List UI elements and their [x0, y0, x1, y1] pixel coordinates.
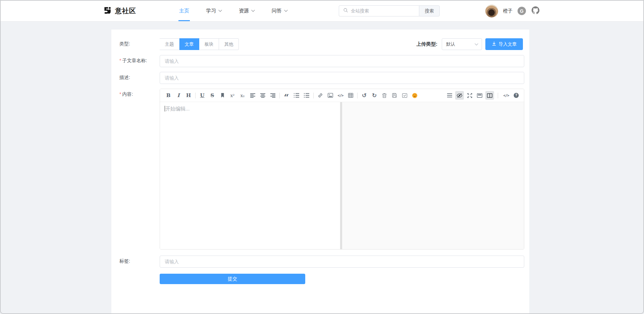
- superscript-icon[interactable]: x²: [228, 91, 237, 100]
- save-icon[interactable]: [390, 91, 399, 100]
- upload-type-value: 默认: [446, 41, 455, 47]
- toolbar-divider: [357, 93, 358, 98]
- toolbar-right-group: </> ?: [445, 91, 521, 100]
- yi-logo-icon: [103, 6, 112, 16]
- text-caret: [165, 106, 165, 111]
- nav-item-label: 主页: [179, 8, 189, 14]
- avatar[interactable]: [485, 5, 498, 17]
- type-options: 主题 文章 板块 其他: [160, 38, 239, 50]
- window-frame: 意社区 主页 学习: [0, 0, 644, 314]
- undo-icon[interactable]: ↺: [360, 91, 369, 100]
- redo-icon[interactable]: ↻: [370, 91, 379, 100]
- toolbar-divider: [498, 93, 498, 98]
- chevron-down-icon: [284, 10, 288, 12]
- markdown-editor: B I H U S x² x₂: [160, 89, 524, 250]
- strikethrough-icon[interactable]: S: [208, 91, 217, 100]
- nav-item[interactable]: 主页: [179, 1, 189, 21]
- nav-item-label: 资源: [239, 8, 249, 14]
- active-tab-indicator: [178, 20, 190, 21]
- toolbar-divider: [279, 93, 280, 98]
- search-input-wrap[interactable]: [339, 5, 419, 16]
- trash-icon[interactable]: [380, 91, 389, 100]
- table-icon[interactable]: [346, 91, 355, 100]
- type-label: 类型:: [119, 38, 160, 47]
- row-type: 类型: 主题 文章 板块 其他 上传类型: 默认: [119, 38, 529, 50]
- quote-icon[interactable]: “: [282, 91, 291, 100]
- chevron-down-icon: [218, 10, 222, 12]
- preview-toggle-icon[interactable]: [455, 91, 464, 100]
- bold-icon[interactable]: B: [164, 91, 173, 100]
- navbar-right: 搜索 橙子 G: [339, 5, 540, 17]
- github-icon[interactable]: [531, 6, 540, 16]
- username: 橙子: [503, 8, 513, 14]
- row-submit: 提交: [119, 274, 529, 284]
- editor-toolbar: B I H U S x² x₂: [160, 89, 524, 102]
- outline-icon[interactable]: [445, 91, 454, 100]
- chevron-down-icon: [475, 42, 478, 47]
- import-article-button[interactable]: 导入文章: [485, 38, 523, 50]
- submit-button[interactable]: 提交: [160, 274, 305, 284]
- content-label: *内容:: [119, 89, 160, 97]
- navbar: 意社区 主页 学习: [1, 1, 643, 21]
- editor-placeholder: 开始编辑...: [165, 106, 190, 112]
- split-pane-icon[interactable]: [485, 91, 494, 100]
- sub-article-name-input[interactable]: [160, 55, 524, 67]
- nav-menu: 主页 学习 资源: [179, 1, 288, 21]
- task-list-icon[interactable]: [400, 91, 409, 100]
- preview-pane-icon[interactable]: [475, 91, 484, 100]
- upload-type-label: 上传类型:: [416, 41, 437, 47]
- subscript-icon[interactable]: x₂: [238, 91, 247, 100]
- bookmark-icon[interactable]: [218, 91, 227, 100]
- upload-type-select[interactable]: 默认: [442, 38, 482, 50]
- editor-input-pane[interactable]: 开始编辑...: [160, 102, 340, 249]
- help-icon[interactable]: ?: [512, 91, 521, 100]
- toolbar-divider: [195, 93, 196, 98]
- emoji-icon[interactable]: [410, 91, 419, 100]
- image-icon[interactable]: [326, 91, 335, 100]
- align-right-icon[interactable]: [268, 91, 277, 100]
- unordered-list-icon[interactable]: [302, 91, 311, 100]
- site-search: 搜索: [339, 5, 440, 16]
- type-option[interactable]: 主题: [160, 38, 179, 50]
- type-option[interactable]: 文章: [179, 38, 199, 50]
- align-center-icon[interactable]: [258, 91, 267, 100]
- editor-preview-pane: [342, 102, 524, 249]
- user-profile: 橙子 G: [485, 5, 540, 17]
- type-option[interactable]: 板块: [199, 38, 219, 50]
- code-icon[interactable]: </>: [336, 91, 345, 100]
- source-code-icon[interactable]: </>: [502, 91, 511, 100]
- tags-label: 标签:: [119, 256, 160, 264]
- nav-item[interactable]: 问答: [272, 1, 288, 21]
- brand[interactable]: 意社区: [103, 6, 136, 16]
- heading-icon[interactable]: H: [184, 91, 193, 100]
- row-description: 描述:: [119, 72, 529, 84]
- ordered-list-icon[interactable]: [292, 91, 301, 100]
- search-input[interactable]: [351, 8, 415, 13]
- brand-title: 意社区: [115, 6, 136, 15]
- gitee-icon[interactable]: G: [518, 7, 526, 15]
- download-icon: [492, 41, 496, 47]
- row-content: *内容: B I H U S x²: [119, 89, 529, 250]
- type-option[interactable]: 其他: [219, 38, 239, 50]
- row-sub-article-name: *子文章名称:: [119, 55, 529, 67]
- chevron-down-icon: [251, 10, 255, 12]
- link-icon[interactable]: [316, 91, 325, 100]
- align-left-icon[interactable]: [248, 91, 257, 100]
- nav-item[interactable]: 资源: [239, 1, 255, 21]
- publish-form: 类型: 主题 文章 板块 其他 上传类型: 默认: [111, 30, 529, 284]
- nav-item-label: 学习: [206, 8, 216, 14]
- tags-input[interactable]: [160, 256, 524, 268]
- italic-icon[interactable]: I: [174, 91, 183, 100]
- row-tags: 标签:: [119, 256, 529, 268]
- fullscreen-icon[interactable]: [465, 91, 474, 100]
- search-button[interactable]: 搜索: [419, 5, 440, 16]
- nav-item-label: 问答: [272, 8, 282, 14]
- description-label: 描述:: [119, 72, 160, 81]
- nav-item[interactable]: 学习: [206, 1, 222, 21]
- content-card: 类型: 主题 文章 板块 其他 上传类型: 默认: [111, 30, 529, 313]
- underline-icon[interactable]: U: [198, 91, 207, 100]
- editor-body: 开始编辑...: [160, 102, 524, 249]
- search-icon: [343, 8, 348, 14]
- upload-group: 上传类型: 默认 导入文章: [416, 38, 523, 50]
- description-input[interactable]: [160, 72, 524, 84]
